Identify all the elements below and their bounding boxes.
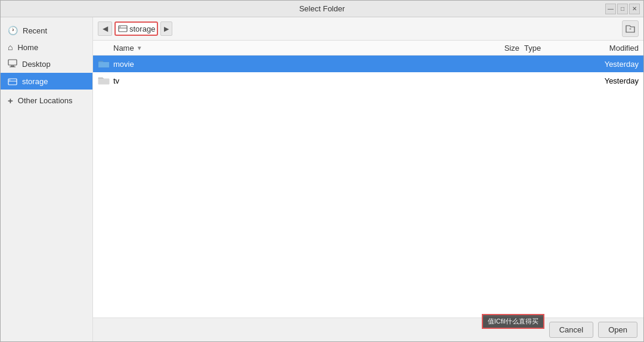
sidebar-item-recent[interactable]: 🕐 Recent [1,22,92,39]
svg-point-8 [120,26,121,27]
bottom-bar: 值ICfil什么直得买 Cancel Open [93,318,643,341]
sidebar-item-recent-label: Recent [23,26,47,35]
watermark: 值ICfil什么直得买 [482,314,544,329]
svg-text:+: + [629,27,631,31]
sidebar-item-other-locations[interactable]: + Other Locations [1,92,92,109]
storage-icon [8,76,17,86]
sidebar-item-storage-label: storage [22,77,48,86]
svg-rect-0 [8,60,17,65]
folder-icon [98,59,110,69]
table-row[interactable]: tv Yesterday [93,72,643,89]
desktop-icon [8,59,17,69]
file-list: Name ▼ Size Type Modified movie [93,41,643,318]
new-folder-button[interactable]: + [622,20,639,37]
file-name: movie [113,60,472,69]
sidebar-item-home[interactable]: ⌂ Home [1,39,92,56]
column-modified-header: Modified [567,44,639,53]
column-type-header: Type [519,44,567,53]
window-title: Select Folder [299,4,345,13]
sidebar-item-home-label: Home [17,43,38,52]
file-modified: Yesterday [567,76,639,85]
svg-rect-2 [10,67,16,67]
content-area: 🕐 Recent ⌂ Home Desktop [1,17,643,341]
open-button[interactable]: Open [598,322,637,338]
maximize-button[interactable]: □ [617,4,628,14]
svg-point-5 [10,79,11,81]
sidebar: 🕐 Recent ⌂ Home Desktop [1,17,93,341]
column-name-header: Name ▼ [113,44,472,53]
main-area: ◀ storage ▶ [93,17,643,341]
sidebar-item-other-locations-label: Other Locations [18,96,73,105]
titlebar: Select Folder — □ ✕ [1,1,643,17]
recent-icon: 🕐 [8,26,18,35]
forward-button[interactable]: ▶ [160,21,172,36]
header-icon-spacer [98,43,110,53]
toolbar: ◀ storage ▶ [93,17,643,41]
drive-icon [117,23,128,34]
column-size-header: Size [472,44,519,53]
home-icon: ⌂ [8,42,13,52]
location-breadcrumb-container: storage [114,21,158,36]
sidebar-item-desktop-label: Desktop [22,60,51,69]
window-controls: — □ ✕ [605,4,640,14]
minimize-button[interactable]: — [605,4,616,14]
close-button[interactable]: ✕ [629,4,640,14]
folder-icon [98,76,110,85]
current-location-label: storage [129,24,155,33]
table-row[interactable]: movie Yesterday [93,56,643,72]
back-button[interactable]: ◀ [98,21,112,36]
file-name: tv [113,76,472,85]
sidebar-item-storage[interactable]: storage [1,73,92,90]
file-dialog: Select Folder — □ ✕ 🕐 Recent ⌂ Home [0,0,644,342]
svg-rect-1 [11,66,14,67]
other-locations-icon: + [8,95,13,106]
file-list-header: Name ▼ Size Type Modified [93,41,643,56]
file-modified: Yesterday [567,60,639,69]
sort-arrow: ▼ [137,45,143,51]
sidebar-item-desktop[interactable]: Desktop [1,56,92,73]
cancel-button[interactable]: Cancel [549,322,593,338]
